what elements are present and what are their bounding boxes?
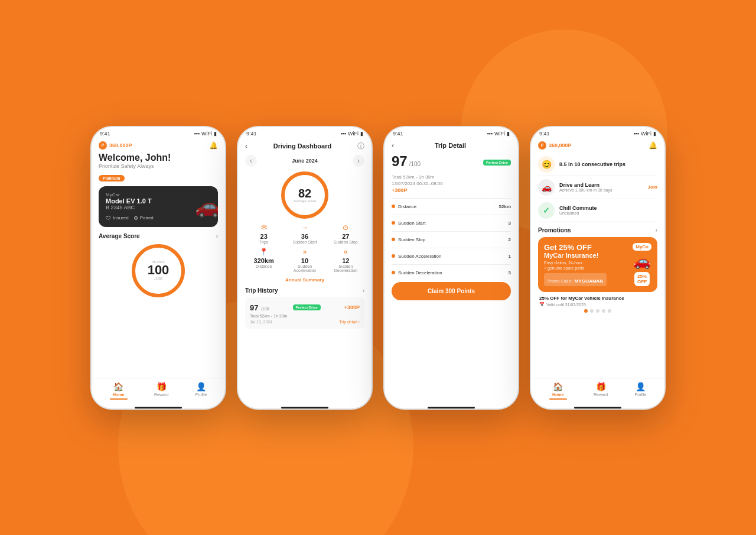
car-promo-icon: 🚗: [633, 253, 651, 270]
phones-container: 9:41 ▪▪▪ WiFi ▮ P 360,000P 🔔 Welcome, Jo…: [90, 126, 666, 410]
trip-detail-score-value: 97: [392, 153, 408, 170]
avg-score-header: Average Score ›: [99, 233, 218, 239]
trip-score-value: 97: [250, 303, 258, 312]
nav-home-label: Home: [113, 393, 124, 397]
divider-3: [392, 231, 511, 232]
promo-text-block: Get 25% OFF MyCar Insurance! Easy claims…: [544, 243, 607, 287]
nav-home-4[interactable]: 🏠 Home: [549, 382, 567, 400]
nav-reward-label-4: Reward: [594, 393, 608, 397]
bell-icon[interactable]: 🔔: [209, 141, 218, 150]
trip-detail-title: Trip Detail: [435, 142, 466, 149]
next-month-button[interactable]: ›: [353, 155, 364, 167]
dashboard-title: Driving Dashboard: [273, 142, 331, 150]
challenge-3-name: Chill Commute: [559, 205, 657, 211]
challenge-1-name: 8.5 in 10 consecutive trips: [559, 161, 657, 167]
promotions-arrow-icon[interactable]: ›: [656, 227, 657, 234]
phone-3-status-icons: ▪▪▪ WiFi ▮: [487, 131, 510, 137]
gauge-label: Average score: [294, 199, 317, 203]
challenge-3[interactable]: ✓ Chill Commute Unclaimed: [538, 199, 657, 222]
home-indicator: [135, 407, 182, 408]
phone-3-header: ‹ Trip Detail ⠀: [392, 141, 511, 150]
phone-1-home: 9:41 ▪▪▪ WiFi ▮ P 360,000P 🔔 Welcome, Jo…: [90, 126, 226, 410]
dot-3: [596, 309, 599, 313]
detail-row-distance: Distance 52km: [392, 202, 511, 211]
promo-card-inner: Get 25% OFF MyCar Insurance! Easy claims…: [538, 237, 657, 293]
promo-validity: 📅 Valid until 31/03/2025: [539, 302, 656, 307]
promo-dots: [538, 309, 657, 313]
nav-reward[interactable]: 🎁 Reward: [154, 382, 168, 400]
battery-icon: ▮: [360, 131, 363, 137]
trip-history-arrow-icon[interactable]: ›: [363, 287, 364, 294]
phone-4-content: P 360,000P 🔔 😊 8.5 in 10 consecutive tri…: [531, 138, 664, 378]
back-button[interactable]: ‹: [245, 142, 247, 150]
dot-sudden-stop: [392, 238, 395, 241]
score-value: 100: [148, 264, 170, 277]
signal-icon: ▪▪▪: [340, 131, 346, 137]
bell-icon-4[interactable]: 🔔: [649, 141, 657, 150]
battery-icon: ▮: [507, 131, 510, 137]
points-display: P 360,000P: [99, 141, 132, 150]
stats-grid: ✉ 23 Trips → 36 Sudden Start ⊙ 27 Sudden…: [245, 223, 364, 273]
nav-reward-4[interactable]: 🎁 Reward: [594, 382, 608, 400]
prev-month-button[interactable]: ‹: [245, 155, 257, 167]
challenge-2-icon: 🚗: [538, 179, 555, 196]
stat-trips: ✉ 23 Trips: [245, 223, 282, 244]
trip-detail-perfect-badge: Perfect Drive: [483, 160, 511, 166]
stat-acceleration: » 10 Sudden Acceleration: [286, 248, 323, 273]
trip-detail-link[interactable]: Trip detail ›: [339, 320, 360, 324]
promo-card[interactable]: Get 25% OFF MyCar Insurance! Easy claims…: [538, 237, 657, 293]
distance-icon: 📍: [259, 248, 268, 256]
trip-history-title: Trip History: [245, 287, 278, 294]
month-navigator: ‹ June 2024 ›: [245, 155, 364, 167]
acceleration-value: 10: [301, 257, 308, 264]
calendar-icon: 📅: [539, 302, 545, 307]
detail-value-deceleration: 3: [509, 270, 511, 275]
wifi-icon: WiFi: [641, 131, 651, 137]
gauge-container: 82 Average score: [245, 171, 364, 219]
nav-profile-4[interactable]: 👤 Profile: [634, 382, 646, 400]
detail-value-distance: 52km: [499, 204, 511, 209]
trip-footer: Jul 13, 2024 Trip detail ›: [250, 320, 360, 324]
home-indicator-2: [281, 407, 328, 408]
claim-points-button[interactable]: Claim 300 Points: [392, 282, 511, 300]
nav-profile[interactable]: 👤 Profile: [195, 382, 207, 400]
challenge-1[interactable]: 😊 8.5 in 10 consecutive trips: [538, 153, 657, 176]
phone-3-time: 9:41: [393, 131, 403, 137]
nav-home[interactable]: 🏠 Home: [110, 382, 128, 400]
phone-3-trip-detail: 9:41 ▪▪▪ WiFi ▮ ‹ Trip Detail ⠀ 97 /100 …: [383, 126, 519, 410]
phone-4-time: 9:41: [539, 131, 550, 137]
score-max: /100: [154, 277, 162, 281]
trip-detail-top: 97 /100 Perfect Drive: [392, 153, 511, 172]
challenge-2-desc: Achieve 1,800 km in 30 days: [559, 188, 643, 192]
challenge-2-action[interactable]: Join: [648, 184, 657, 190]
signal-icon: ▪▪▪: [194, 131, 200, 137]
trip-detail-meta1: Total 52km - 1h 30m: [392, 174, 511, 180]
info-icon[interactable]: ⓘ: [357, 141, 364, 151]
phone-4-header: P 360,000P 🔔: [538, 141, 657, 150]
trip-back-button[interactable]: ‹: [392, 141, 394, 150]
detail-row-acceleration: Sudden Acceleration 1: [392, 252, 511, 261]
dot-acceleration: [392, 254, 395, 258]
phone-3-notch: [428, 127, 475, 139]
car-card[interactable]: MyCar Model EV 1.0 T B 2345 ABC 🛡 Insure…: [99, 186, 218, 227]
annual-summary-link[interactable]: Annual Summary: [245, 277, 364, 283]
home-icon: 🏠: [113, 382, 123, 391]
dot-4: [602, 309, 605, 313]
dot-deceleration: [392, 271, 395, 274]
challenge-2[interactable]: 🚗 Drive and Learn Achieve 1,800 km in 30…: [538, 176, 657, 199]
promo-code-label: Promo Code:: [548, 279, 572, 283]
acceleration-icon: »: [303, 248, 307, 256]
detail-label-distance: Distance: [392, 204, 416, 209]
divider-5: [392, 264, 511, 265]
promo-subheadline: MyCar Insurance!: [544, 252, 607, 260]
trip-detail-meta2: 13/07/2024 06:30–08:00: [392, 181, 511, 186]
avg-score-arrow-icon[interactable]: ›: [216, 233, 218, 239]
promo-brand: MyCo: [633, 243, 651, 251]
trip-list-item[interactable]: 97 /100 Perfect Drive +300P Total 52km -…: [245, 297, 364, 329]
promo-code-box: Promo Code: MYGOAMAN: [544, 273, 607, 286]
phone-2-header: ‹ Driving Dashboard ⓘ: [245, 141, 364, 151]
challenge-3-info: Chill Commute Unclaimed: [559, 205, 657, 215]
phone-2-time: 9:41: [246, 131, 257, 137]
home-icon-4: 🏠: [553, 382, 563, 391]
distance-label: Distance: [256, 264, 272, 268]
